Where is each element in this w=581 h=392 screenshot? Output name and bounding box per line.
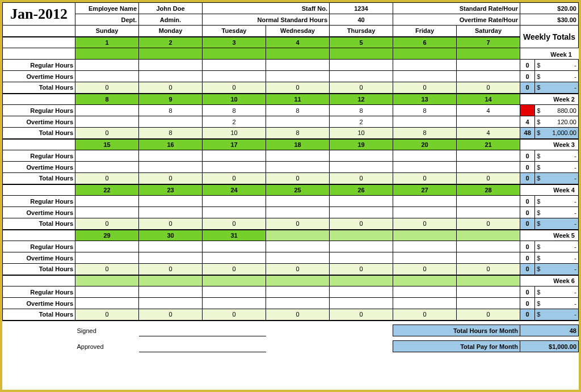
regular-cell[interactable] bbox=[330, 241, 393, 252]
overtime-cell[interactable] bbox=[139, 71, 203, 82]
regular-cell[interactable] bbox=[139, 286, 203, 298]
overtime-cell[interactable] bbox=[203, 162, 266, 173]
day-number[interactable]: 18 bbox=[266, 139, 330, 150]
overtime-cell[interactable] bbox=[393, 207, 457, 218]
overtime-cell[interactable] bbox=[457, 162, 520, 173]
regular-cell[interactable] bbox=[75, 105, 139, 116]
day-number[interactable]: 4 bbox=[266, 37, 330, 48]
day-number[interactable]: 29 bbox=[75, 230, 139, 241]
regular-cell[interactable] bbox=[330, 150, 393, 162]
overtime-cell[interactable] bbox=[457, 298, 520, 309]
overtime-cell[interactable] bbox=[330, 207, 393, 218]
day-number[interactable]: 12 bbox=[330, 94, 393, 105]
regular-cell[interactable] bbox=[266, 60, 330, 71]
overtime-cell[interactable] bbox=[393, 162, 457, 173]
day-number[interactable]: 11 bbox=[266, 94, 330, 105]
overtime-cell[interactable] bbox=[393, 71, 457, 82]
day-number[interactable] bbox=[203, 275, 266, 286]
day-number[interactable]: 15 bbox=[75, 139, 139, 150]
regular-cell[interactable] bbox=[75, 60, 139, 71]
overtime-cell[interactable] bbox=[266, 298, 330, 309]
day-number[interactable]: 26 bbox=[330, 184, 393, 196]
regular-cell[interactable] bbox=[266, 150, 330, 162]
overtime-cell[interactable] bbox=[330, 298, 393, 309]
regular-cell[interactable]: 8 bbox=[203, 105, 266, 116]
day-number[interactable]: 19 bbox=[330, 139, 393, 150]
regular-cell[interactable] bbox=[266, 196, 330, 207]
regular-cell[interactable] bbox=[457, 286, 520, 298]
day-number[interactable]: 2 bbox=[139, 37, 203, 48]
regular-cell[interactable]: 4 bbox=[457, 105, 520, 116]
day-number[interactable] bbox=[266, 275, 330, 286]
regular-cell[interactable] bbox=[139, 241, 203, 252]
day-number[interactable]: 30 bbox=[139, 230, 203, 241]
day-number[interactable]: 14 bbox=[457, 94, 520, 105]
regular-cell[interactable] bbox=[75, 286, 139, 298]
day-number[interactable]: 7 bbox=[457, 37, 520, 48]
overtime-cell[interactable]: 2 bbox=[330, 116, 393, 128]
overtime-cell[interactable] bbox=[266, 71, 330, 82]
regular-cell[interactable] bbox=[393, 196, 457, 207]
overtime-cell[interactable] bbox=[393, 116, 457, 128]
regular-cell[interactable] bbox=[139, 150, 203, 162]
regular-cell[interactable] bbox=[75, 241, 139, 252]
overtime-cell[interactable] bbox=[203, 252, 266, 264]
overtime-cell[interactable] bbox=[457, 116, 520, 128]
day-number[interactable]: 3 bbox=[203, 37, 266, 48]
day-number[interactable]: 9 bbox=[139, 94, 203, 105]
regular-cell[interactable]: 8 bbox=[330, 105, 393, 116]
day-number[interactable]: 8 bbox=[75, 94, 139, 105]
overtime-cell[interactable] bbox=[139, 252, 203, 264]
day-number[interactable] bbox=[330, 275, 393, 286]
day-number[interactable]: 16 bbox=[139, 139, 203, 150]
regular-cell[interactable] bbox=[457, 60, 520, 71]
day-number[interactable] bbox=[457, 275, 520, 286]
day-number[interactable]: 24 bbox=[203, 184, 266, 196]
day-number[interactable]: 22 bbox=[75, 184, 139, 196]
regular-cell[interactable] bbox=[139, 60, 203, 71]
day-number[interactable] bbox=[330, 230, 393, 241]
regular-cell[interactable] bbox=[457, 150, 520, 162]
regular-cell[interactable] bbox=[393, 241, 457, 252]
day-number[interactable]: 1 bbox=[75, 37, 139, 48]
regular-cell[interactable]: 8 bbox=[393, 105, 457, 116]
overtime-cell[interactable] bbox=[139, 207, 203, 218]
day-number[interactable] bbox=[393, 275, 457, 286]
overtime-cell[interactable] bbox=[75, 116, 139, 128]
day-number[interactable]: 20 bbox=[393, 139, 457, 150]
regular-cell[interactable] bbox=[203, 196, 266, 207]
regular-cell[interactable] bbox=[330, 286, 393, 298]
overtime-cell[interactable] bbox=[139, 162, 203, 173]
regular-cell[interactable] bbox=[266, 286, 330, 298]
overtime-cell[interactable] bbox=[330, 71, 393, 82]
regular-cell[interactable] bbox=[457, 241, 520, 252]
overtime-cell[interactable] bbox=[75, 71, 139, 82]
overtime-cell[interactable] bbox=[393, 298, 457, 309]
regular-cell[interactable] bbox=[139, 196, 203, 207]
regular-cell[interactable] bbox=[75, 150, 139, 162]
day-number[interactable] bbox=[75, 275, 139, 286]
day-number[interactable]: 27 bbox=[393, 184, 457, 196]
overtime-cell[interactable] bbox=[203, 71, 266, 82]
regular-cell[interactable] bbox=[457, 196, 520, 207]
overtime-cell[interactable] bbox=[75, 252, 139, 264]
day-number[interactable]: 6 bbox=[393, 37, 457, 48]
day-number[interactable]: 23 bbox=[139, 184, 203, 196]
day-number[interactable]: 10 bbox=[203, 94, 266, 105]
overtime-cell[interactable] bbox=[330, 252, 393, 264]
overtime-cell[interactable] bbox=[75, 298, 139, 309]
regular-cell[interactable] bbox=[203, 241, 266, 252]
regular-cell[interactable] bbox=[393, 286, 457, 298]
day-number[interactable]: 13 bbox=[393, 94, 457, 105]
overtime-cell[interactable] bbox=[330, 162, 393, 173]
regular-cell[interactable] bbox=[203, 150, 266, 162]
day-number[interactable]: 17 bbox=[203, 139, 266, 150]
regular-cell[interactable] bbox=[330, 196, 393, 207]
regular-cell[interactable] bbox=[393, 60, 457, 71]
overtime-cell[interactable] bbox=[457, 252, 520, 264]
approved-line[interactable] bbox=[139, 341, 266, 352]
day-number[interactable]: 31 bbox=[203, 230, 266, 241]
regular-cell[interactable] bbox=[203, 286, 266, 298]
overtime-cell[interactable] bbox=[266, 116, 330, 128]
overtime-cell[interactable] bbox=[266, 252, 330, 264]
